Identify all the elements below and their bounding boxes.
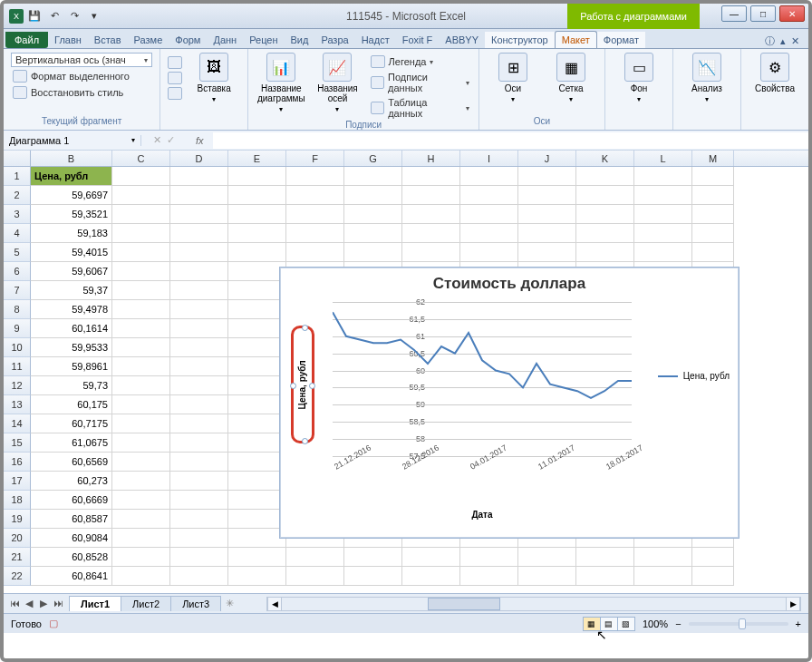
cell-I1[interactable] xyxy=(460,167,518,186)
format-selection-button[interactable]: Формат выделенного xyxy=(11,69,152,83)
row-header-17[interactable]: 17 xyxy=(4,472,31,491)
sheet-nav-last-icon[interactable]: ⏭ xyxy=(51,598,65,609)
cell-B22[interactable]: 60,8641 xyxy=(31,567,112,586)
row-header-4[interactable]: 4 xyxy=(4,224,31,243)
column-header-F[interactable]: F xyxy=(286,151,344,166)
cell-E5[interactable] xyxy=(228,243,286,262)
cell-K22[interactable] xyxy=(576,567,634,586)
cell-G1[interactable] xyxy=(344,167,402,186)
cell-B14[interactable]: 60,7175 xyxy=(31,414,112,433)
tab-insert[interactable]: Встав xyxy=(88,32,128,48)
cell-B17[interactable]: 60,273 xyxy=(31,472,112,491)
cell-F1[interactable] xyxy=(286,167,344,186)
cell-L5[interactable] xyxy=(634,243,692,262)
cell-E1[interactable] xyxy=(228,167,286,186)
cell-C1[interactable] xyxy=(112,167,170,186)
cell-F4[interactable] xyxy=(286,224,344,243)
cell-D1[interactable] xyxy=(170,167,228,186)
cell-M3[interactable] xyxy=(692,205,734,224)
tab-chart-format[interactable]: Формат xyxy=(597,32,645,48)
cell-E20[interactable] xyxy=(228,529,286,548)
maximize-button[interactable]: □ xyxy=(750,5,776,22)
column-header-C[interactable]: C xyxy=(112,151,170,166)
cell-I21[interactable] xyxy=(460,548,518,567)
column-header-I[interactable]: I xyxy=(460,151,518,166)
cell-C6[interactable] xyxy=(112,262,170,281)
cell-F22[interactable] xyxy=(286,567,344,586)
enter-formula-icon[interactable]: ✓ xyxy=(167,134,175,146)
cell-E13[interactable] xyxy=(228,395,286,414)
sheet-tab-2[interactable]: Лист2 xyxy=(121,596,171,611)
cell-E16[interactable] xyxy=(228,453,286,472)
cancel-formula-icon[interactable]: ✕ xyxy=(153,134,161,146)
cell-D16[interactable] xyxy=(170,453,228,472)
row-header-6[interactable]: 6 xyxy=(4,262,31,281)
cell-L21[interactable] xyxy=(634,548,692,567)
cell-B20[interactable]: 60,9084 xyxy=(31,529,112,548)
cell-E11[interactable] xyxy=(228,357,286,376)
cell-D12[interactable] xyxy=(170,376,228,395)
cell-C7[interactable] xyxy=(112,281,170,300)
cell-E14[interactable] xyxy=(228,414,286,433)
cell-G3[interactable] xyxy=(344,205,402,224)
cell-G22[interactable] xyxy=(344,567,402,586)
sheet-tab-1[interactable]: Лист1 xyxy=(69,596,121,611)
cell-B1[interactable]: Цена, рубл xyxy=(31,167,112,186)
cell-J21[interactable] xyxy=(518,548,576,567)
cell-M22[interactable] xyxy=(692,567,734,586)
tab-view[interactable]: Вид xyxy=(285,32,315,48)
cell-L22[interactable] xyxy=(634,567,692,586)
worksheet[interactable]: BCDEFGHIJKLM 1Цена, рубл259,6697359,3521… xyxy=(4,151,808,593)
cell-E8[interactable] xyxy=(228,300,286,319)
cell-F2[interactable] xyxy=(286,186,344,205)
cell-J1[interactable] xyxy=(518,167,576,186)
reset-style-button[interactable]: Восстановить стиль xyxy=(11,85,152,100)
cell-B7[interactable]: 59,37 xyxy=(31,281,112,300)
row-header-18[interactable]: 18 xyxy=(4,491,31,510)
cell-E9[interactable] xyxy=(228,319,286,338)
data-labels-button[interactable]: Подписи данных▾ xyxy=(369,71,471,94)
cell-E10[interactable] xyxy=(228,338,286,357)
tab-chart-design[interactable]: Конструктор xyxy=(485,32,555,48)
tab-file[interactable]: Файл xyxy=(5,32,48,48)
cell-C18[interactable] xyxy=(112,491,170,510)
qat-undo-icon[interactable]: ↶ xyxy=(45,7,63,25)
chart-element-dropdown[interactable]: Вертикальная ось (знач▾ xyxy=(11,53,152,67)
cell-M21[interactable] xyxy=(692,548,734,567)
cell-E15[interactable] xyxy=(228,433,286,453)
cell-J5[interactable] xyxy=(518,243,576,262)
cell-H3[interactable] xyxy=(402,205,460,224)
cell-C9[interactable] xyxy=(112,319,170,338)
cell-M5[interactable] xyxy=(692,243,734,262)
cell-D18[interactable] xyxy=(170,491,228,510)
row-header-22[interactable]: 22 xyxy=(4,567,31,586)
cell-H1[interactable] xyxy=(402,167,460,186)
cell-C16[interactable] xyxy=(112,453,170,472)
cell-K2[interactable] xyxy=(576,186,634,205)
cell-C20[interactable] xyxy=(112,529,170,548)
cell-B10[interactable]: 59,9533 xyxy=(31,338,112,357)
horizontal-scrollbar[interactable]: ◀ ▶ xyxy=(266,597,801,611)
cell-I22[interactable] xyxy=(460,567,518,586)
row-header-16[interactable]: 16 xyxy=(4,453,31,472)
cell-C19[interactable] xyxy=(112,510,170,529)
view-page-break-icon[interactable]: ▧ xyxy=(617,617,635,631)
plot-area[interactable] xyxy=(333,302,632,456)
cell-C17[interactable] xyxy=(112,472,170,491)
column-header-M[interactable]: M xyxy=(692,151,734,166)
chart-title[interactable]: Стоимость доллара xyxy=(280,268,739,297)
x-axis-title[interactable]: Дата xyxy=(333,510,632,520)
cell-D13[interactable] xyxy=(170,395,228,414)
cell-B18[interactable]: 60,6669 xyxy=(31,491,112,510)
cell-B4[interactable]: 59,183 xyxy=(31,224,112,243)
minimize-ribbon-icon[interactable]: ▴ xyxy=(780,35,786,47)
cell-D22[interactable] xyxy=(170,567,228,586)
sheet-nav-prev-icon[interactable]: ◀ xyxy=(22,598,36,609)
cell-C5[interactable] xyxy=(112,243,170,262)
cell-E6[interactable] xyxy=(228,262,286,281)
cell-B13[interactable]: 60,175 xyxy=(31,395,112,414)
cell-B2[interactable]: 59,6697 xyxy=(31,186,112,205)
qat-dropdown-icon[interactable]: ▾ xyxy=(85,7,103,25)
cell-H5[interactable] xyxy=(402,243,460,262)
cell-E12[interactable] xyxy=(228,376,286,395)
